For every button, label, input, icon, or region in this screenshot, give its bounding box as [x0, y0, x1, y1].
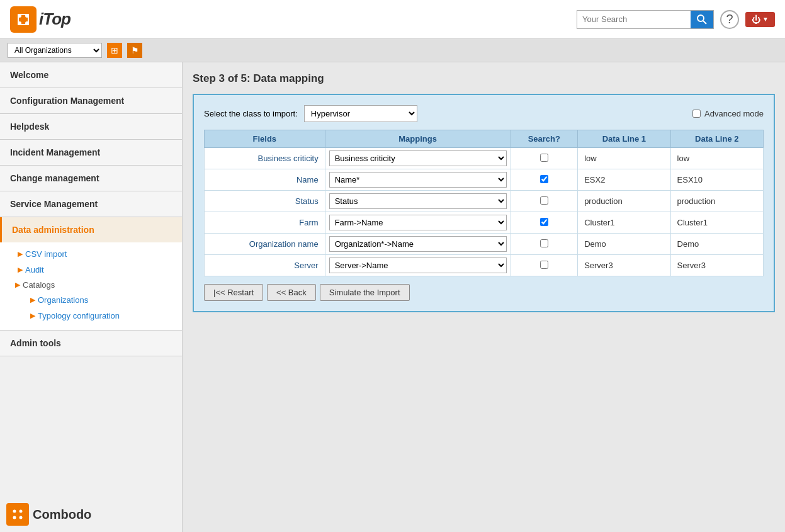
mapping-select[interactable]: Organization*->Name	[329, 236, 507, 252]
col-header-data1: Data Line 1	[578, 130, 670, 148]
search-input[interactable]	[577, 11, 691, 27]
data-line-1-cell: production	[578, 191, 670, 212]
search-checkbox[interactable]	[540, 239, 548, 247]
data-line-2-cell: production	[670, 191, 763, 212]
page-title: Step 3 of 5: Data mapping	[193, 72, 775, 85]
mapping-select[interactable]: Farm->Name	[329, 215, 507, 230]
mapping-select[interactable]: Server->Name	[329, 258, 507, 273]
sidebar-group-catalogs: ▶ Catalogs ▶ Organizations ▶ Typology co…	[0, 278, 182, 326]
data-line-2-cell: Demo	[670, 234, 763, 255]
toolbar-icon-btn-2[interactable]: ⚑	[127, 43, 142, 58]
col-header-mappings: Mappings	[325, 130, 511, 148]
svg-point-10	[20, 516, 23, 519]
arrow-icon-catalogs: ▶	[15, 281, 20, 289]
mapping-select[interactable]: Name*	[329, 172, 507, 188]
select-class-label: Select the class to import:	[204, 109, 298, 118]
toolbar: All Organizations ⊞ ⚑	[0, 39, 785, 62]
mapping-cell: Organization*->Name	[325, 234, 511, 255]
sidebar-item-typology[interactable]: ▶ Typology configuration	[25, 308, 172, 324]
table-body: Business criticityBusiness criticitylowl…	[205, 148, 764, 276]
table-row: ServerServer->NameServer3Server3	[205, 255, 764, 276]
sidebar-item-incident-mgmt[interactable]: Incident Management	[0, 140, 182, 165]
search-checkbox[interactable]	[540, 261, 548, 269]
mapping-cell: Server->Name	[325, 255, 511, 276]
col-header-fields: Fields	[205, 130, 325, 148]
table-row: StatusStatusproductionproduction	[205, 191, 764, 212]
advanced-mode-label: Advanced mode	[704, 109, 764, 118]
sidebar-item-config-mgmt[interactable]: Configuration Management	[0, 88, 182, 113]
simulate-button[interactable]: Simulate the Import	[320, 284, 410, 301]
sidebar-item-data-admin[interactable]: Data administration	[0, 217, 182, 242]
sidebar-section-service-mgmt: Service Management	[0, 191, 182, 217]
main-layout: Welcome Configuration Management Helpdes…	[0, 62, 785, 532]
data-line-1-cell: ESX2	[578, 169, 670, 191]
sidebar-item-helpdesk[interactable]: Helpdesk	[0, 114, 182, 139]
arrow-icon-csv: ▶	[18, 250, 23, 258]
user-dropdown-arrow: ▼	[762, 16, 769, 23]
sidebar-item-change-mgmt[interactable]: Change management	[0, 166, 182, 191]
header-right: ? ⏻ ▼	[577, 10, 775, 29]
sidebar-item-welcome[interactable]: Welcome	[0, 62, 182, 88]
sidebar: Welcome Configuration Management Helpdes…	[0, 62, 183, 532]
restart-button[interactable]: |<< Restart	[204, 284, 263, 301]
combodo-footer: Combodo	[6, 503, 91, 526]
sidebar-section-config-mgmt: Configuration Management	[0, 88, 182, 114]
itop-logo-text: iTop	[39, 9, 71, 29]
field-name-cell: Farm	[205, 212, 325, 234]
sidebar-item-csv-import[interactable]: ▶ CSV import	[0, 246, 182, 262]
sidebar-section-welcome: Welcome	[0, 62, 182, 88]
field-name-cell: Business criticity	[205, 148, 325, 169]
field-name-cell: Organization name	[205, 234, 325, 255]
class-select[interactable]: Hypervisor	[304, 105, 417, 122]
search-button[interactable]	[691, 11, 713, 28]
search-box	[577, 10, 714, 29]
org-select[interactable]: All Organizations	[8, 43, 102, 58]
search-checkbox[interactable]	[540, 175, 548, 183]
search-checkbox-cell	[511, 255, 578, 276]
data-line-1-cell: Demo	[578, 234, 670, 255]
mapping-select[interactable]: Business criticity	[329, 150, 507, 166]
panel-header: Select the class to import: Hypervisor A…	[204, 105, 764, 122]
header: iTop ? ⏻ ▼	[0, 0, 785, 39]
combodo-text: Combodo	[33, 507, 91, 522]
back-button[interactable]: << Back	[267, 284, 316, 301]
field-name-cell: Status	[205, 191, 325, 212]
toolbar-icon-btn-1[interactable]: ⊞	[107, 43, 122, 58]
search-checkbox[interactable]	[540, 196, 548, 205]
catalogs-label[interactable]: ▶ Catalogs	[15, 280, 172, 290]
select-class-row: Select the class to import: Hypervisor	[204, 105, 417, 122]
data-line-1-cell: Server3	[578, 255, 670, 276]
import-panel: Select the class to import: Hypervisor A…	[193, 94, 775, 312]
sidebar-item-admin-tools[interactable]: Admin tools	[0, 331, 182, 356]
search-checkbox-cell	[511, 148, 578, 169]
sidebar-item-audit[interactable]: ▶ Audit	[0, 262, 182, 278]
data-admin-subitems: ▶ CSV import ▶ Audit ▶ Catalogs ▶ Or	[0, 242, 182, 330]
field-name-cell: Server	[205, 255, 325, 276]
arrow-icon-typo: ▶	[30, 312, 35, 320]
data-line-2-cell: low	[670, 148, 763, 169]
svg-point-7	[13, 510, 16, 513]
table-row: FarmFarm->NameCluster1Cluster1	[205, 212, 764, 234]
logo-area: iTop	[10, 6, 71, 33]
combodo-icon	[6, 503, 29, 526]
search-checkbox[interactable]	[540, 154, 548, 162]
mapping-cell: Business criticity	[325, 148, 511, 169]
data-line-1-cell: Cluster1	[578, 212, 670, 234]
table-row: Business criticityBusiness criticitylowl…	[205, 148, 764, 169]
arrow-icon-org: ▶	[30, 296, 35, 304]
advanced-mode-row: Advanced mode	[692, 109, 764, 118]
advanced-mode-checkbox[interactable]	[692, 110, 701, 118]
mapping-select[interactable]: Status	[329, 193, 507, 209]
user-button[interactable]: ⏻ ▼	[745, 12, 775, 27]
table-row: NameName*ESX2ESX10	[205, 169, 764, 191]
sidebar-section-change-mgmt: Change management	[0, 166, 182, 191]
sidebar-section-data-admin: Data administration ▶ CSV import ▶ Audit…	[0, 217, 182, 331]
data-line-2-cell: Server3	[670, 255, 763, 276]
itop-logo-icon	[10, 6, 37, 33]
help-button[interactable]: ?	[720, 10, 739, 29]
sidebar-item-service-mgmt[interactable]: Service Management	[0, 191, 182, 217]
col-header-data2: Data Line 2	[670, 130, 763, 148]
search-checkbox[interactable]	[540, 218, 548, 226]
sidebar-item-organizations[interactable]: ▶ Organizations	[25, 292, 172, 308]
buttons-row: |<< Restart << Back Simulate the Import	[204, 284, 764, 301]
